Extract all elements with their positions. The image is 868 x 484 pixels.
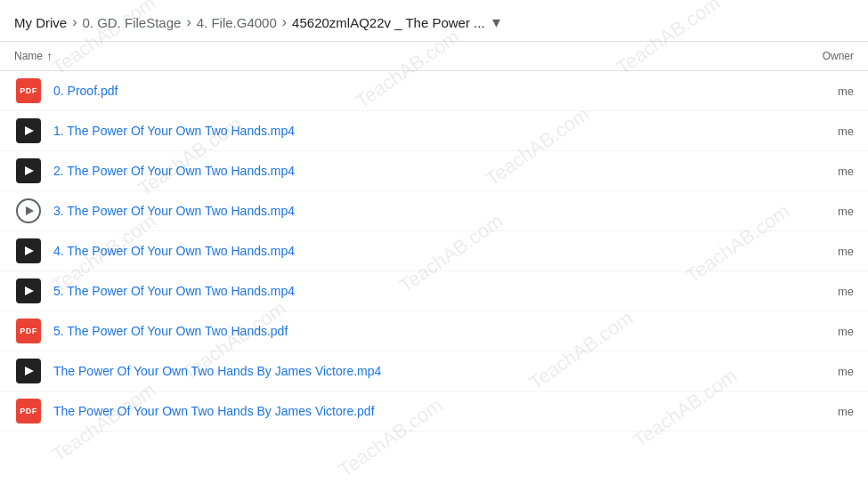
- video-icon: [14, 237, 43, 265]
- play-icon: [25, 246, 34, 255]
- file-owner: me: [783, 365, 854, 378]
- file-name: 3. The Power Of Your Own Two Hands.mp4: [53, 204, 783, 218]
- video-icon: [14, 157, 43, 185]
- video-icon: [14, 117, 43, 145]
- video-icon-badge: [16, 238, 41, 263]
- column-owner: Owner: [783, 50, 854, 62]
- pdf-icon-badge: PDF: [16, 78, 41, 103]
- table-row[interactable]: 1. The Power Of Your Own Two Hands.mp4 m…: [0, 111, 868, 151]
- table-row[interactable]: 5. The Power Of Your Own Two Hands.mp4 m…: [0, 271, 868, 311]
- breadcrumb: My Drive › 0. GD. FileStagе › 4. File.G4…: [0, 0, 868, 42]
- file-name: 2. The Power Of Your Own Two Hands.mp4: [53, 164, 783, 178]
- column-name-label: Name: [14, 50, 43, 62]
- play-icon: [25, 286, 34, 295]
- file-rows-container: PDF 0. Proof.pdf me 1. The Power Of Your…: [0, 71, 868, 432]
- breadcrumb-item-current: 45620zmlAQ22v _ The Power ...: [292, 15, 485, 30]
- pdf-icon-badge: PDF: [16, 399, 41, 424]
- video-icon: [14, 277, 43, 305]
- file-name: 5. The Power Of Your Own Two Hands.pdf: [53, 324, 783, 338]
- file-list: Name ↑ Owner PDF 0. Proof.pdf me 1. The …: [0, 42, 868, 432]
- breadcrumb-item-filestage[interactable]: 0. GD. FileStagе: [83, 15, 182, 30]
- file-name: 0. Proof.pdf: [53, 84, 783, 98]
- file-owner: me: [783, 405, 854, 418]
- file-name: The Power Of Your Own Two Hands By James…: [53, 364, 783, 378]
- file-owner: me: [783, 205, 854, 218]
- breadcrumb-separator: ›: [282, 14, 287, 30]
- play-icon: [25, 367, 34, 375]
- video-icon: [14, 357, 43, 385]
- video-icon-badge: [16, 118, 41, 143]
- breadcrumb-separator: ›: [72, 14, 77, 30]
- pdf-icon: PDF: [14, 397, 43, 425]
- breadcrumb-dropdown-icon[interactable]: ▾: [492, 12, 500, 32]
- play-icon: [25, 126, 34, 135]
- file-name: The Power Of Your Own Two Hands By James…: [53, 404, 783, 418]
- video-icon-badge: [16, 158, 41, 183]
- table-row[interactable]: The Power Of Your Own Two Hands By James…: [0, 351, 868, 391]
- file-owner: me: [783, 125, 854, 138]
- column-name[interactable]: Name ↑: [14, 49, 783, 63]
- pdf-icon: PDF: [14, 77, 43, 105]
- video-icon-badge: [16, 359, 41, 383]
- file-owner: me: [783, 165, 854, 178]
- sort-icon[interactable]: ↑: [46, 49, 53, 63]
- breadcrumb-item-fileg4000[interactable]: 4. File.G4000: [197, 15, 277, 30]
- file-owner: me: [783, 285, 854, 298]
- video-icon-outline-badge: [16, 198, 41, 223]
- file-owner: me: [783, 325, 854, 338]
- video-outline-icon: [14, 197, 43, 225]
- pdf-icon: PDF: [14, 317, 43, 345]
- file-list-header: Name ↑ Owner: [0, 42, 868, 71]
- table-row[interactable]: PDF The Power Of Your Own Two Hands By J…: [0, 391, 868, 432]
- file-owner: me: [783, 245, 854, 258]
- file-name: 5. The Power Of Your Own Two Hands.mp4: [53, 284, 783, 298]
- file-name: 1. The Power Of Your Own Two Hands.mp4: [53, 124, 783, 138]
- breadcrumb-separator: ›: [186, 14, 191, 30]
- file-name: 4. The Power Of Your Own Two Hands.mp4: [53, 244, 783, 258]
- play-icon: [26, 206, 34, 215]
- table-row[interactable]: 2. The Power Of Your Own Two Hands.mp4 m…: [0, 151, 868, 191]
- table-row[interactable]: PDF 5. The Power Of Your Own Two Hands.p…: [0, 311, 868, 351]
- table-row[interactable]: 3. The Power Of Your Own Two Hands.mp4 m…: [0, 191, 868, 231]
- breadcrumb-item-mydrive[interactable]: My Drive: [14, 15, 67, 30]
- pdf-icon-badge: PDF: [16, 319, 41, 343]
- play-icon: [25, 166, 34, 175]
- table-row[interactable]: PDF 0. Proof.pdf me: [0, 71, 868, 111]
- video-icon-badge: [16, 278, 41, 303]
- table-row[interactable]: 4. The Power Of Your Own Two Hands.mp4 m…: [0, 231, 868, 271]
- file-owner: me: [783, 85, 854, 98]
